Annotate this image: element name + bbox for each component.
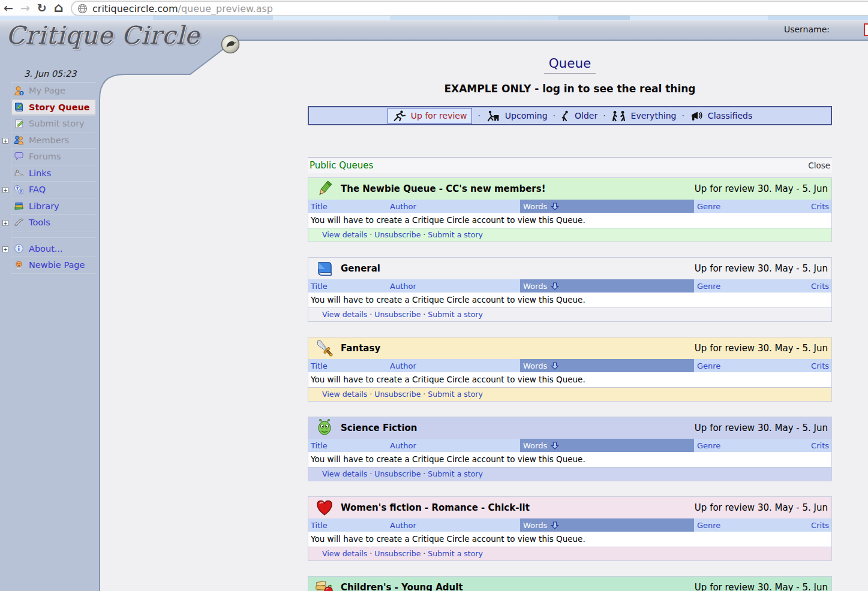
column-words[interactable]: Words (520, 439, 694, 452)
queue-title: Children's - Young Adult (341, 582, 463, 591)
back-icon[interactable]: ← (4, 2, 13, 14)
column-genre[interactable]: Genre (697, 361, 720, 370)
tab-separator: · (553, 111, 555, 120)
sidebar-item-about[interactable]: +About... (11, 241, 96, 258)
tab-label: Older (575, 111, 597, 120)
links-icon (14, 168, 24, 178)
faq-icon: ?? (14, 185, 24, 195)
column-words[interactable]: Words (520, 359, 694, 372)
queue-period: Up for review 30. May - 5. Jun (695, 423, 828, 433)
column-crits[interactable]: Crits (811, 202, 829, 211)
sidebar-item-members[interactable]: +Members (11, 132, 96, 149)
queue-link-submit-a-story[interactable]: Submit a story (428, 390, 483, 399)
username-input[interactable] (864, 23, 868, 36)
sort-arrow-icon (551, 362, 559, 370)
queue-link-unsubscribe[interactable]: Unsubscribe (374, 549, 421, 558)
column-title[interactable]: Title (311, 202, 328, 211)
queue-link-submit-a-story[interactable]: Submit a story (428, 549, 483, 558)
tab-separator: · (603, 111, 605, 120)
column-words-label: Words (523, 361, 547, 370)
column-genre[interactable]: Genre (697, 282, 720, 291)
column-genre[interactable]: Genre (697, 521, 720, 530)
expand-plus-icon[interactable]: + (2, 246, 8, 252)
column-genre[interactable]: Genre (697, 202, 720, 211)
sidebar-item-story-queue[interactable]: Story Queue (11, 99, 96, 116)
queue-link-unsubscribe[interactable]: Unsubscribe (374, 310, 421, 319)
column-title[interactable]: Title (311, 282, 328, 291)
queue-link-unsubscribe[interactable]: Unsubscribe (374, 390, 421, 399)
queue-title: General (341, 263, 380, 274)
column-words[interactable]: Words (520, 200, 694, 213)
queue-link-view-details[interactable]: View details (322, 390, 367, 399)
queue-column-header: Title Author Words Genre Crits (308, 279, 831, 293)
column-words[interactable]: Words (520, 279, 694, 293)
tools-icon (14, 218, 24, 228)
column-author[interactable]: Author (390, 202, 416, 211)
heart-icon (314, 499, 335, 517)
page-subtitle: EXAMPLE ONLY - log in to see the real th… (308, 83, 832, 95)
column-title[interactable]: Title (311, 441, 328, 450)
expand-plus-icon[interactable]: + (2, 138, 8, 144)
queue-link-view-details[interactable]: View details (322, 549, 367, 558)
queue-link-unsubscribe[interactable]: Unsubscribe (374, 469, 421, 478)
public-queues-header: Public Queues Close (308, 157, 832, 173)
tab-older[interactable]: Older (561, 110, 597, 122)
queue-message: You will have to create a Critique Circl… (308, 372, 831, 387)
queue-period: Up for review 30. May - 5. Jun (695, 502, 828, 513)
reload-icon[interactable]: ↻ (37, 2, 47, 14)
column-crits[interactable]: Crits (811, 521, 829, 530)
column-genre[interactable]: Genre (697, 441, 720, 450)
sidebar-item-faq[interactable]: +??FAQ (11, 182, 96, 198)
queue-link-unsubscribe[interactable]: Unsubscribe (374, 230, 421, 239)
url-bar[interactable]: critiquecircle.com/queue_preview.asp (71, 1, 868, 16)
queue-card-footer: View details·Unsubscribe·Submit a story (308, 228, 831, 242)
site-logo: Critique Circle (6, 21, 200, 50)
column-title[interactable]: Title (311, 361, 328, 370)
bird-button[interactable] (221, 35, 240, 54)
book-icon (314, 260, 335, 278)
tab-up-for-review[interactable]: Up for review (388, 108, 473, 124)
link-separator: · (370, 469, 372, 478)
expand-plus-icon[interactable]: + (2, 220, 8, 226)
column-crits[interactable]: Crits (811, 441, 829, 450)
queue-card-header: General Up for review 30. May - 5. Jun (308, 258, 831, 279)
tab-separator: · (477, 111, 480, 120)
column-author[interactable]: Author (390, 441, 416, 450)
queue-link-submit-a-story[interactable]: Submit a story (428, 230, 483, 239)
queue-link-view-details[interactable]: View details (322, 469, 367, 478)
queue-link-view-details[interactable]: View details (322, 310, 367, 319)
forward-icon[interactable]: → (20, 2, 30, 14)
person-icon (14, 86, 24, 96)
sidebar-item-submit-story[interactable]: Submit story (11, 116, 96, 132)
sidebar-item-newbie-page[interactable]: Newbie Page (11, 257, 96, 274)
sidebar-item-my-page[interactable]: My Page (11, 83, 96, 99)
queue-column-header: Title Author Words Genre Crits (308, 518, 831, 532)
column-author[interactable]: Author (390, 361, 416, 370)
sidebar-item-links[interactable]: Links (11, 165, 96, 182)
expand-plus-icon[interactable]: + (2, 187, 8, 193)
sidebar-item-label: Library (29, 201, 59, 211)
sidebar-item-tools[interactable]: +Tools (11, 215, 96, 231)
column-crits[interactable]: Crits (811, 361, 829, 370)
queue-message: You will have to create a Critique Circl… (308, 452, 831, 467)
queue-link-submit-a-story[interactable]: Submit a story (428, 310, 483, 319)
sidebar-item-forums[interactable]: Forums (11, 149, 96, 165)
queue-link-view-details[interactable]: View details (322, 230, 367, 239)
tab-everything[interactable]: Everything (611, 110, 677, 122)
column-crits[interactable]: Crits (811, 282, 829, 291)
column-words-label: Words (523, 202, 547, 211)
tab-upcoming[interactable]: Upcoming (486, 110, 548, 122)
column-words[interactable]: Words (520, 518, 694, 532)
column-author[interactable]: Author (390, 282, 416, 291)
tab-label: Upcoming (505, 111, 548, 120)
tab-classifieds[interactable]: Classifieds (690, 110, 752, 122)
column-title[interactable]: Title (311, 521, 328, 530)
story-queue-icon (14, 102, 24, 112)
sidebar-item-library[interactable]: Library (11, 198, 96, 215)
queue-link-submit-a-story[interactable]: Submit a story (428, 469, 483, 478)
username-label: Username: (784, 20, 830, 40)
column-author[interactable]: Author (390, 521, 416, 530)
queue-list: The Newbie Queue - CC's new members! Up … (308, 177, 832, 591)
close-button[interactable]: Close (808, 161, 830, 170)
home-icon[interactable]: ⌂ (54, 1, 64, 14)
